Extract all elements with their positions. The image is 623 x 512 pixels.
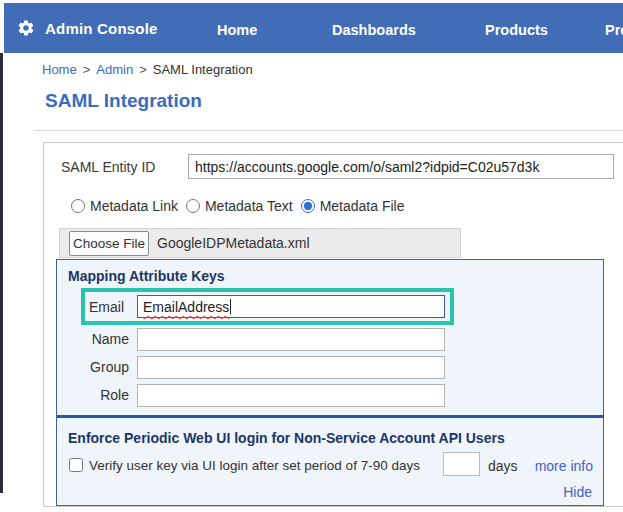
breadcrumb-separator: > (83, 62, 91, 77)
nav-item-dashboards[interactable]: Dashboards (332, 22, 416, 38)
entity-id-label: SAML Entity ID (61, 159, 155, 175)
metadata-text-radio[interactable] (186, 199, 200, 213)
metadata-file-radio[interactable] (301, 199, 315, 213)
verify-key-checkbox[interactable] (69, 458, 83, 472)
breadcrumb-link-home[interactable]: Home (42, 62, 77, 77)
nav-item-cutoff[interactable]: Pro (605, 22, 623, 38)
file-upload-field: Choose File GoogleIDPMetadata.xml (59, 228, 461, 258)
saml-form-panel: SAML Entity ID Metadata Link Metadata Te… (43, 142, 623, 507)
header-divider (34, 130, 623, 131)
days-input[interactable] (443, 452, 480, 476)
email-label: Email (85, 299, 124, 315)
email-input-value: EmailAddress (143, 299, 229, 315)
top-navbar: Admin Console Home Dashboards Products P… (4, 3, 623, 53)
name-input[interactable] (137, 328, 445, 351)
role-label: Role (57, 384, 129, 407)
name-label: Name (57, 328, 129, 351)
radio-metadata-file[interactable]: Metadata File (301, 198, 405, 214)
metadata-text-label: Metadata Text (205, 198, 293, 214)
email-input[interactable]: EmailAddress (137, 295, 445, 318)
group-input[interactable] (137, 356, 445, 379)
metadata-source-options: Metadata Link Metadata Text Metadata Fil… (71, 198, 412, 214)
window-edge (0, 53, 3, 493)
enforce-heading: Enforce Periodic Web UI login for Non-Se… (68, 430, 505, 446)
hide-link[interactable]: Hide (563, 484, 592, 500)
group-label: Group (57, 356, 129, 379)
entity-id-input[interactable] (188, 154, 614, 179)
brand[interactable]: Admin Console (17, 19, 158, 37)
breadcrumb: Home>Admin>SAML Integration (42, 62, 253, 77)
role-input[interactable] (137, 384, 445, 407)
metadata-file-label: Metadata File (320, 198, 405, 214)
gear-icon (17, 19, 35, 37)
verify-key-label: Verify user key via UI login after set p… (89, 458, 420, 473)
more-info-link[interactable]: more info (535, 458, 593, 474)
brand-label: Admin Console (45, 20, 158, 37)
metadata-link-label: Metadata Link (90, 198, 178, 214)
radio-metadata-link[interactable]: Metadata Link (71, 198, 178, 214)
choose-file-button[interactable]: Choose File (69, 231, 149, 256)
page-title: SAML Integration (45, 90, 202, 112)
breadcrumb-separator: > (139, 62, 147, 77)
mapping-and-enforce-panel: Mapping Attribute Keys Email EmailAddres… (56, 259, 604, 506)
text-caret (230, 299, 231, 314)
email-row-highlight: Email EmailAddress (81, 288, 454, 325)
breadcrumb-link-admin[interactable]: Admin (96, 62, 133, 77)
metadata-link-radio[interactable] (71, 199, 85, 213)
nav-item-home[interactable]: Home (217, 22, 257, 38)
enforce-section: Enforce Periodic Web UI login for Non-Se… (57, 415, 603, 505)
days-suffix-label: days (488, 458, 518, 474)
breadcrumb-current: SAML Integration (153, 62, 253, 77)
uploaded-filename: GoogleIDPMetadata.xml (157, 235, 310, 251)
radio-metadata-text[interactable]: Metadata Text (186, 198, 293, 214)
mapping-heading: Mapping Attribute Keys (68, 268, 225, 284)
nav-item-products[interactable]: Products (485, 22, 548, 38)
